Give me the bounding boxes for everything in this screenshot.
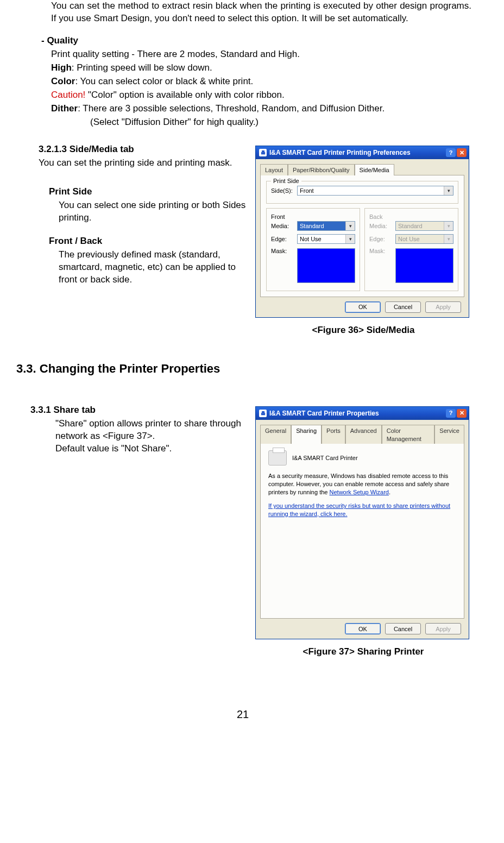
tab-color-management[interactable]: Color Management	[382, 425, 435, 444]
label-mask-front: Mask:	[271, 247, 297, 255]
tab-side-media[interactable]: Side/Media	[355, 164, 394, 175]
label-side: Side(S):	[271, 187, 297, 195]
apply-button: Apply	[425, 623, 461, 634]
help-button[interactable]: ?	[446, 148, 456, 157]
share-without-wizard-link[interactable]: If you understand the security risks but…	[268, 502, 450, 517]
group-front: Front Media: Standard Edge: Not Use	[266, 208, 360, 291]
section-331-l2: Default value is "Not Share".	[55, 443, 250, 455]
section-3213-body: You can set the printing side and printi…	[39, 157, 250, 169]
group-print-side: Print Side Side(S): Front	[266, 181, 458, 204]
mask-preview-front	[297, 248, 355, 283]
printer-large-icon	[268, 450, 287, 465]
ok-button[interactable]: OK	[345, 301, 381, 313]
quality-heading: - Quality	[41, 35, 471, 47]
tab-layout[interactable]: Layout	[260, 164, 288, 175]
cancel-button[interactable]: Cancel	[385, 301, 421, 313]
section-331-head: 3.3.1 Share tab	[30, 404, 250, 417]
section-331-l1: "Share" option allows printer to share t…	[55, 418, 250, 443]
label-edge-back: Edge:	[369, 235, 395, 243]
frontback-body: The previously defined mask (standard, s…	[59, 249, 250, 286]
dialog-title-bar: 🖶 I&A SMART Card Printer Printing Prefer…	[256, 146, 469, 159]
printside-body: You can select one side printing or both…	[59, 199, 250, 224]
select-side[interactable]: Front	[297, 186, 453, 196]
tab-paper-ribbon-quality[interactable]: Paper/Ribbon/Quality	[288, 164, 355, 175]
figure-37-caption: <Figure 37> Sharing Printer	[255, 646, 471, 658]
select-media-back: Standard	[395, 221, 453, 231]
tab-advanced[interactable]: Advanced	[345, 425, 382, 444]
tab-ports[interactable]: Ports	[322, 425, 345, 444]
ok-button[interactable]: OK	[345, 623, 381, 634]
tab-strip: General Sharing Ports Advanced Color Man…	[260, 424, 464, 444]
dialog-title: I&A SMART Card Printer Properties	[269, 409, 379, 418]
intro-paragraph: You can set the method to extract resin …	[51, 0, 471, 25]
cancel-button[interactable]: Cancel	[385, 623, 421, 634]
printer-icon: 🖶	[259, 410, 267, 417]
select-edge-back: Not Use	[395, 234, 453, 244]
close-button[interactable]: ✕	[457, 409, 467, 418]
quality-block: Print quality setting - There are 2 mode…	[51, 48, 471, 129]
apply-button: Apply	[425, 301, 461, 313]
group-back: Back Media: Standard Edge: Not Use	[364, 208, 458, 291]
tab-strip: Layout Paper/Ribbon/Quality Side/Media	[260, 163, 464, 175]
section-3-3-head: 3.3. Changing the Printer Properties	[16, 361, 471, 377]
select-edge-front[interactable]: Not Use	[297, 234, 355, 244]
printer-name-label: I&A SMART Card Printer	[292, 454, 358, 462]
label-media-back: Media:	[369, 222, 395, 230]
tab-service[interactable]: Service	[434, 425, 464, 444]
dialog-title-bar: 🖶 I&A SMART Card Printer Properties ? ✕	[256, 407, 469, 420]
page-number: 21	[14, 707, 471, 722]
label-media-front: Media:	[271, 222, 297, 230]
tab-general[interactable]: General	[260, 425, 291, 444]
frontback-head: Front / Back	[49, 235, 250, 248]
label-edge-front: Edge:	[271, 235, 297, 243]
printer-icon: 🖶	[259, 149, 267, 156]
dialog-printing-preferences: 🖶 I&A SMART Card Printer Printing Prefer…	[255, 146, 469, 318]
dialog-title: I&A SMART Card Printer Printing Preferen…	[269, 148, 411, 157]
printside-head: Print Side	[49, 186, 250, 198]
tab-sharing[interactable]: Sharing	[291, 425, 322, 444]
network-setup-wizard-link[interactable]: Network Setup Wizard	[330, 489, 389, 495]
figure-36-caption: <Figure 36> Side/Media	[255, 324, 471, 337]
mask-preview-back	[395, 248, 453, 283]
section-3213-head: 3.2.1.3 Side/Media tab	[39, 143, 250, 156]
caution-text: Caution!	[51, 90, 85, 100]
share-security-text: As a security measure, Windows has disab…	[268, 472, 456, 496]
close-button[interactable]: ✕	[457, 148, 467, 157]
dialog-printer-properties: 🖶 I&A SMART Card Printer Properties ? ✕ …	[255, 406, 469, 640]
help-button[interactable]: ?	[446, 409, 456, 418]
select-media-front[interactable]: Standard	[297, 221, 355, 231]
label-mask-back: Mask:	[369, 247, 395, 255]
